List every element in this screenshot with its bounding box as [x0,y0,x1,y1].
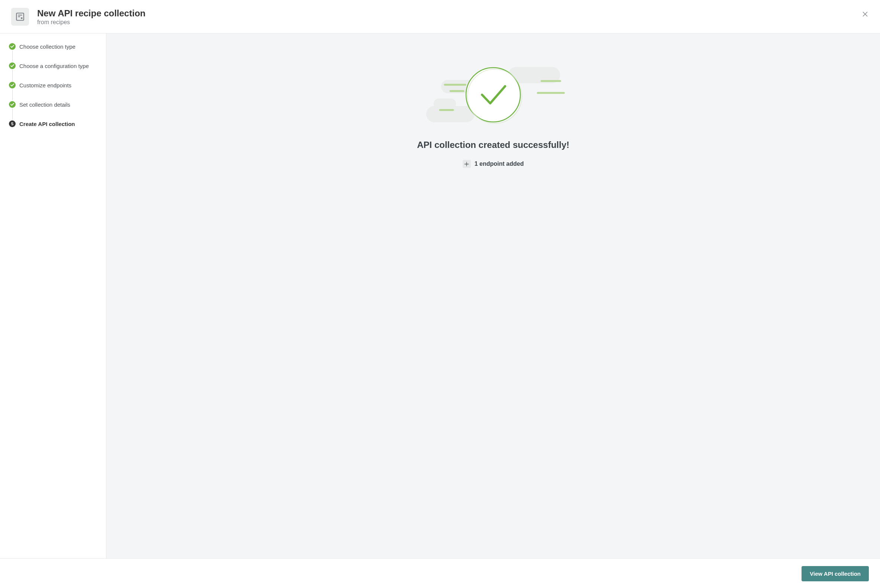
close-button[interactable] [860,10,869,20]
check-icon [9,63,16,69]
check-icon [9,43,16,50]
sidebar: Choose collection type Choose a configur… [0,33,106,558]
main-content: API collection created successfully! 1 e… [106,33,880,558]
check-icon [9,101,16,108]
step-label: Choose a configuration type [20,63,89,69]
svg-point-21 [466,164,467,165]
step-label: Create API collection [20,121,75,127]
step-choose-configuration-type[interactable]: Choose a configuration type [9,63,97,82]
step-customize-endpoints[interactable]: Customize endpoints [9,82,97,101]
step-choose-collection-type[interactable]: Choose collection type [9,43,97,63]
steps-list: Choose collection type Choose a configur… [9,43,97,127]
svg-point-3 [21,17,23,19]
page-subtitle: from recipes [37,19,146,26]
endpoint-text: 1 endpoint added [475,160,524,167]
header: New API recipe collection from recipes [0,0,880,33]
success-title: API collection created successfully! [417,140,569,150]
svg-rect-9 [426,106,475,122]
collection-icon [11,8,29,26]
step-label: Set collection details [20,102,70,108]
check-icon [9,82,16,88]
success-illustration [419,63,567,126]
endpoint-icon [463,160,471,168]
page-title: New API recipe collection [37,8,146,19]
endpoint-summary: 1 endpoint added [463,160,524,168]
close-icon [862,11,868,17]
step-create-api-collection[interactable]: 5 Create API collection [9,120,97,127]
step-label: Choose collection type [20,44,75,50]
step-set-collection-details[interactable]: Set collection details [9,101,97,120]
footer: View API collection [0,558,880,588]
view-api-collection-button[interactable]: View API collection [802,566,869,581]
step-label: Customize endpoints [20,82,71,88]
step-number-badge: 5 [9,120,16,127]
